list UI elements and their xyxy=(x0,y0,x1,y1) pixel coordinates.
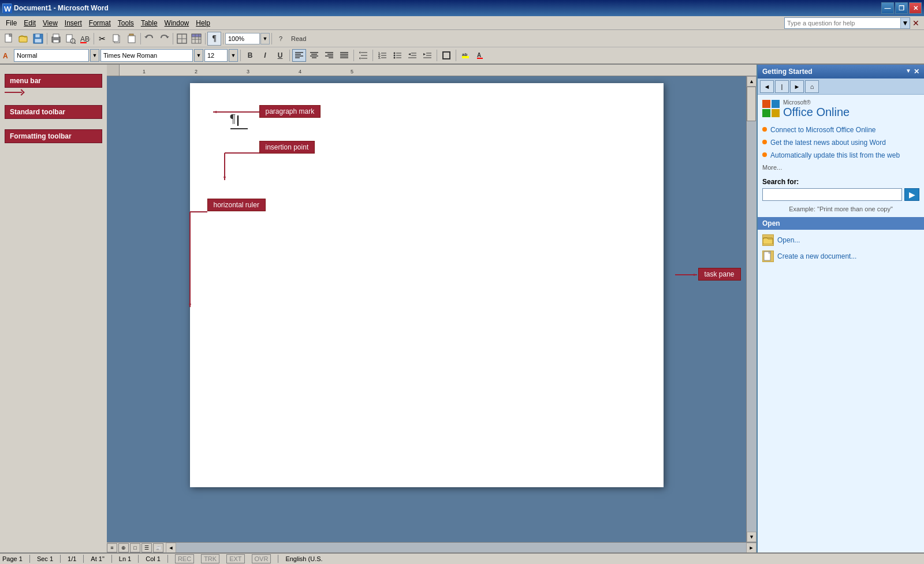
scroll-thumb[interactable] xyxy=(747,87,756,121)
show-hide-button[interactable]: ¶ xyxy=(207,32,221,46)
style-dropdown[interactable]: Normal xyxy=(14,49,89,62)
menu-window[interactable]: Window xyxy=(161,18,193,28)
horizontal-ruler: 1 2 3 4 5 xyxy=(120,65,757,76)
line-spacing-button[interactable] xyxy=(356,49,370,62)
open-button[interactable] xyxy=(17,32,31,46)
menu-help[interactable]: Help xyxy=(192,18,214,28)
align-center-button[interactable] xyxy=(307,49,321,62)
bullets-button[interactable] xyxy=(390,49,404,62)
horizontal-scrollbar[interactable]: ≡ ⊕ □ ☰ 📰 ◄ ► xyxy=(107,542,757,552)
spelling-button[interactable]: ABC xyxy=(78,32,92,46)
zoom-dropdown[interactable]: ▼ xyxy=(260,33,270,44)
save-button[interactable] xyxy=(31,32,45,46)
menu-view[interactable]: View xyxy=(39,18,61,28)
more-link[interactable]: More... xyxy=(762,164,919,171)
help-dropdown-button[interactable]: ▼ xyxy=(900,18,910,28)
auto-update-link[interactable]: Automatically update this list from the … xyxy=(770,151,900,159)
help-button[interactable]: ? xyxy=(274,32,288,46)
task-pane-menu[interactable]: ▼ xyxy=(906,68,911,76)
menu-tools[interactable]: Tools xyxy=(114,18,137,28)
svg-point-62 xyxy=(394,55,396,57)
undo-button[interactable] xyxy=(143,32,157,46)
svg-rect-74 xyxy=(443,52,450,59)
scroll-right-button[interactable]: ► xyxy=(746,543,757,553)
menu-edit[interactable]: Edit xyxy=(20,18,39,28)
style-dropdown-button[interactable]: ▼ xyxy=(90,49,99,62)
menu-file[interactable]: File xyxy=(2,18,20,28)
print-preview-button[interactable] xyxy=(64,32,77,46)
scroll-track[interactable] xyxy=(747,87,757,532)
help-close-button[interactable]: ✕ xyxy=(910,18,922,28)
italic-button[interactable]: I xyxy=(258,49,272,62)
font-dropdown-button[interactable]: ▼ xyxy=(194,49,203,62)
link-2[interactable]: Get the latest news about using Word xyxy=(762,139,919,147)
search-go-button[interactable]: ▶ xyxy=(904,188,919,201)
copy-button[interactable] xyxy=(110,32,124,46)
scroll-left-button[interactable]: ◄ xyxy=(166,543,176,553)
menu-table[interactable]: Table xyxy=(137,18,161,28)
justify-button[interactable] xyxy=(337,49,351,62)
insertion-point-line xyxy=(230,128,248,129)
scroll-up-button[interactable]: ▲ xyxy=(747,76,757,87)
bold-button[interactable]: B xyxy=(243,49,257,62)
font-size-dropdown[interactable]: 12 xyxy=(204,49,228,62)
col-status: Col 1 xyxy=(146,555,161,562)
svg-marker-52 xyxy=(359,51,360,54)
document-page[interactable]: ¶ paragraph mark xyxy=(190,83,664,487)
insert-table-button[interactable] xyxy=(189,32,203,46)
link-3[interactable]: Automatically update this list from the … xyxy=(762,151,919,159)
svg-point-60 xyxy=(394,53,396,54)
restore-button[interactable]: ❐ xyxy=(895,2,908,14)
font-size-dropdown-button[interactable]: ▼ xyxy=(229,49,238,62)
decrease-indent-button[interactable] xyxy=(405,49,419,62)
print-button[interactable] xyxy=(49,32,63,46)
highlight-button[interactable]: ab xyxy=(459,49,472,62)
open-link[interactable]: Open... xyxy=(777,236,800,244)
outline-view-button[interactable]: ☰ xyxy=(141,543,152,552)
scroll-down-button[interactable]: ▼ xyxy=(747,532,757,542)
office-online-link[interactable]: Connect to Microsoft Office Online xyxy=(770,126,876,134)
task-pane-annotation: task pane xyxy=(675,268,747,281)
help-search-box[interactable]: ▼ xyxy=(784,17,910,29)
search-input[interactable] xyxy=(762,188,902,201)
task-nav-back[interactable]: ◄ xyxy=(760,80,774,93)
increase-indent-button[interactable] xyxy=(420,49,434,62)
paragraph-mark-arrow xyxy=(213,111,259,113)
open-file-item[interactable]: Open... xyxy=(762,234,919,246)
status-sep-1 xyxy=(29,555,30,563)
menu-insert[interactable]: Insert xyxy=(61,18,85,28)
new-button[interactable] xyxy=(2,32,16,46)
h-scroll-track[interactable] xyxy=(176,543,746,552)
font-color-button[interactable]: A xyxy=(474,49,487,62)
document-viewport[interactable]: ¶ paragraph mark xyxy=(107,76,746,542)
ruler-area: 1 2 3 4 5 xyxy=(107,65,757,76)
link-1[interactable]: Connect to Microsoft Office Online xyxy=(762,126,919,134)
toolbar-separator-1 xyxy=(47,33,47,44)
underline-button[interactable]: U xyxy=(273,49,287,62)
web-view-button[interactable]: ⊕ xyxy=(118,543,129,552)
news-link[interactable]: Get the latest news about using Word xyxy=(770,139,886,147)
print-layout-button[interactable]: □ xyxy=(130,543,140,552)
new-doc-item[interactable]: Create a new document... xyxy=(762,251,919,262)
font-dropdown[interactable]: Times New Roman xyxy=(100,49,193,62)
task-nav-forward[interactable]: ► xyxy=(790,80,804,93)
close-button[interactable]: ✕ xyxy=(909,2,922,14)
minimize-button[interactable]: — xyxy=(881,2,894,14)
normal-view-button[interactable]: ≡ xyxy=(107,543,117,552)
numbering-button[interactable]: 1.2.3. xyxy=(375,49,389,62)
align-right-button[interactable] xyxy=(322,49,336,62)
read-button[interactable]: Read xyxy=(288,32,309,46)
vertical-scrollbar[interactable]: ▲ ▼ xyxy=(746,76,757,542)
cut-button[interactable]: ✂ xyxy=(96,32,110,46)
help-search-input[interactable] xyxy=(785,20,900,27)
paste-button[interactable] xyxy=(125,32,139,46)
menu-format[interactable]: Format xyxy=(85,18,114,28)
task-pane-close-button[interactable]: ✕ xyxy=(914,68,919,76)
redo-button[interactable] xyxy=(157,32,171,46)
outside-border-button[interactable] xyxy=(439,49,453,62)
task-nav-home[interactable]: ⌂ xyxy=(805,80,819,93)
reading-layout-button[interactable]: 📰 xyxy=(153,543,163,552)
tables-borders-button[interactable] xyxy=(175,32,189,46)
align-left-button[interactable] xyxy=(292,49,306,62)
new-doc-link[interactable]: Create a new document... xyxy=(777,252,856,260)
